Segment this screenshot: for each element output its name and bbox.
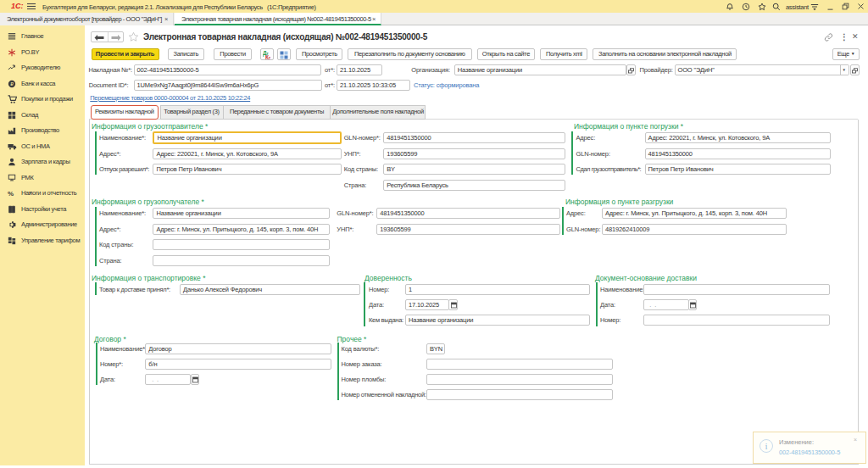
svg-text:₽: ₽ (10, 81, 14, 86)
svg-text:Кт: Кт (265, 54, 271, 59)
